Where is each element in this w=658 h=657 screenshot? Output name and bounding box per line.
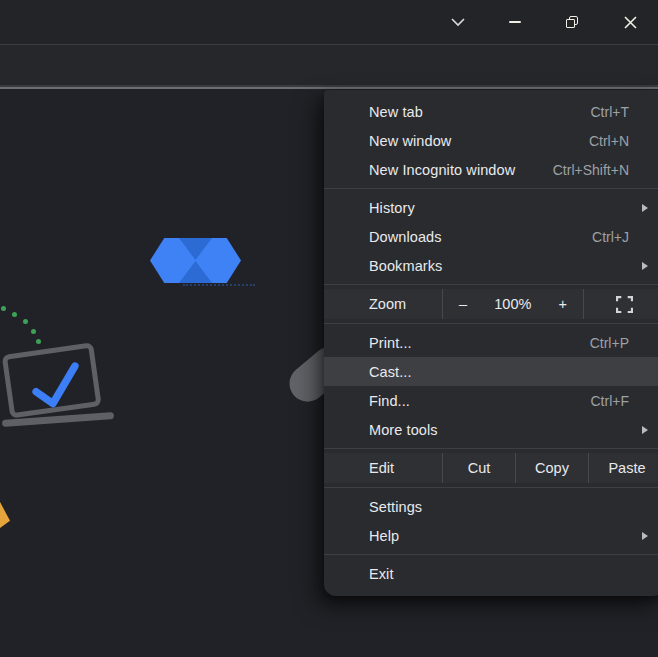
zoom-in-button[interactable]: + [559, 296, 567, 312]
zoom-out-button[interactable]: – [459, 296, 467, 312]
menu-separator [324, 323, 658, 324]
menu-item-find[interactable]: Find... Ctrl+F [324, 386, 658, 415]
minimize-button[interactable] [492, 0, 538, 44]
menu-separator [324, 554, 658, 555]
menu-item-downloads[interactable]: Downloads Ctrl+J [324, 222, 658, 251]
zoom-value: 100% [494, 296, 531, 312]
restore-icon [566, 16, 579, 29]
copy-button[interactable]: Copy [516, 453, 588, 483]
minimize-icon [509, 21, 521, 23]
edit-row: Edit Cut Copy Paste [324, 453, 658, 483]
titlebar [0, 0, 658, 44]
zoom-label-cell: Zoom [324, 289, 442, 319]
submenu-arrow-icon [642, 204, 648, 212]
close-button[interactable] [607, 0, 653, 44]
menu-item-new-tab[interactable]: New tab Ctrl+T [324, 97, 658, 126]
paste-button[interactable]: Paste [589, 453, 658, 483]
close-icon [623, 15, 638, 30]
checkmark-icon [7, 347, 106, 419]
menu-separator [324, 448, 658, 449]
shortcut-label: Ctrl+T [591, 104, 630, 120]
submenu-arrow-icon [642, 262, 648, 270]
restore-button[interactable] [549, 0, 595, 44]
hexagon-dotted-shadow [183, 284, 255, 286]
edit-label-cell: Edit [324, 453, 442, 483]
zoom-row: Zoom – 100% + [324, 289, 658, 319]
browser-window: ☆ [0, 0, 658, 657]
menu-item-new-window[interactable]: New window Ctrl+N [324, 126, 658, 155]
yellow-wedge [0, 502, 10, 528]
green-arc-dot [12, 312, 17, 317]
menu-item-new-incognito-window[interactable]: New Incognito window Ctrl+Shift+N [324, 155, 658, 184]
menu-item-history[interactable]: History [324, 193, 658, 222]
menu-separator [324, 487, 658, 488]
shortcut-label: Ctrl+N [589, 133, 629, 149]
menu-separator [324, 188, 658, 189]
chevron-down-icon [450, 17, 466, 27]
menu-item-bookmarks[interactable]: Bookmarks [324, 251, 658, 280]
menu-item-exit[interactable]: Exit [324, 559, 658, 588]
menu-item-cast[interactable]: Cast... [324, 357, 658, 386]
shortcut-label: Ctrl+Shift+N [553, 162, 629, 178]
menu-item-more-tools[interactable]: More tools [324, 415, 658, 444]
toolbar: ☆ [0, 45, 658, 87]
fullscreen-button[interactable] [584, 289, 658, 319]
shortcut-label: Ctrl+P [590, 335, 629, 351]
submenu-arrow-icon [642, 532, 648, 540]
edit-label: Edit [369, 460, 394, 476]
browser-dropdown-menu: New tab Ctrl+T New window Ctrl+N New Inc… [324, 90, 658, 596]
fullscreen-icon [616, 296, 633, 313]
window-dropdown-button[interactable] [435, 0, 481, 44]
zoom-controls: – 100% + [443, 289, 583, 319]
shortcut-label: Ctrl+J [592, 229, 629, 245]
zoom-label: Zoom [369, 296, 406, 312]
menu-item-help[interactable]: Help [324, 521, 658, 550]
submenu-arrow-icon [642, 426, 648, 434]
menu-item-settings[interactable]: Settings [324, 492, 658, 521]
shortcut-label: Ctrl+F [591, 393, 630, 409]
cut-button[interactable]: Cut [443, 453, 515, 483]
green-arc-dot [31, 329, 36, 334]
green-arc-dot [23, 319, 28, 324]
green-arc-dot [1, 306, 6, 311]
menu-separator [324, 284, 658, 285]
menu-item-print[interactable]: Print... Ctrl+P [324, 328, 658, 357]
